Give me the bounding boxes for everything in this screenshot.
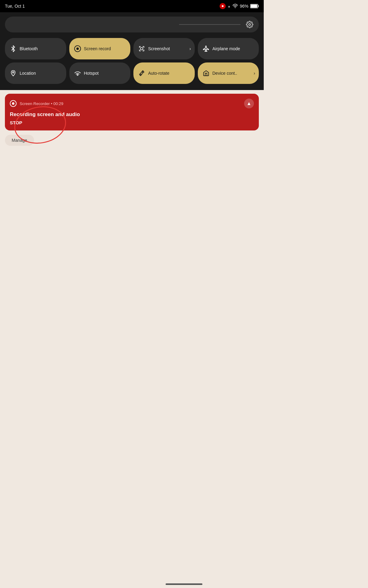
status-icons: ▲ 96% (220, 3, 259, 9)
svg-rect-3 (251, 5, 257, 8)
status-bar: Tue, Oct 1 ▲ 96% (0, 0, 264, 12)
svg-point-7 (77, 74, 78, 76)
screen-recorder-icon (10, 100, 17, 107)
tile-hotspot-label: Hotspot (84, 71, 99, 76)
notification-header: Screen Recorder • 00:29 ▲ (10, 99, 254, 108)
svg-rect-2 (258, 5, 259, 7)
screen-recorder-notification: Screen Recorder • 00:29 ▲ Recording scre… (5, 94, 259, 130)
tile-hotspot[interactable]: Hotspot (69, 62, 131, 84)
stop-recording-button[interactable]: STOP (10, 120, 22, 125)
svg-point-4 (249, 24, 251, 25)
rec-indicator (220, 3, 226, 9)
tile-auto-rotate[interactable]: Auto-rotate (133, 62, 195, 84)
tile-airplane-mode[interactable]: Airplane mode (198, 38, 259, 59)
tile-screenshot-label: Screenshot (148, 46, 170, 51)
tile-device-controls-label: Device cont.. (213, 71, 237, 76)
airplane-icon (203, 45, 209, 52)
screenshot-chevron-icon: › (190, 46, 191, 51)
tile-location[interactable]: Location (5, 62, 66, 84)
battery-icon (250, 4, 259, 8)
tile-bluetooth-label: Bluetooth (20, 46, 38, 51)
device-controls-chevron-icon: › (254, 71, 255, 76)
screen-record-icon (74, 45, 81, 52)
tile-location-label: Location (20, 71, 36, 76)
manage-button[interactable]: Manage (5, 135, 34, 146)
location-icon (10, 70, 17, 77)
settings-gear-icon[interactable] (245, 20, 254, 29)
search-bar-line (179, 24, 240, 25)
notification-title: Recording screen and audio (10, 111, 254, 118)
auto-rotate-icon (138, 70, 145, 77)
status-time: Tue, Oct 1 (5, 4, 25, 9)
tile-screen-record[interactable]: Screen record (69, 38, 131, 59)
notification-app-name: Screen Recorder • 00:29 (20, 101, 241, 106)
svg-point-0 (235, 7, 236, 8)
notification-collapse-button[interactable]: ▲ (244, 99, 254, 108)
wifi-icon (232, 3, 238, 9)
tile-screenshot[interactable]: Screenshot › (133, 38, 195, 59)
screenshot-icon (138, 45, 145, 52)
svg-point-6 (13, 72, 14, 73)
tile-auto-rotate-label: Auto-rotate (148, 71, 169, 76)
notification-dot: ▲ (228, 5, 231, 8)
notification-area: Screen Recorder • 00:29 ▲ Recording scre… (0, 90, 264, 366)
svg-rect-5 (140, 47, 143, 50)
bluetooth-icon (10, 45, 17, 52)
tile-screen-record-label: Screen record (84, 46, 111, 51)
search-bar[interactable] (5, 17, 259, 32)
tile-bluetooth[interactable]: Bluetooth (5, 38, 66, 59)
quick-tiles-grid: Bluetooth Screen record Screenshot › (5, 38, 259, 84)
home-icon (203, 70, 209, 77)
hotspot-icon (74, 70, 81, 77)
tile-airplane-label: Airplane mode (213, 46, 240, 51)
quick-settings-panel: Bluetooth Screen record Screenshot › (0, 12, 264, 90)
battery-text: 96% (240, 4, 248, 9)
tile-device-controls[interactable]: Device cont.. › (198, 62, 259, 84)
